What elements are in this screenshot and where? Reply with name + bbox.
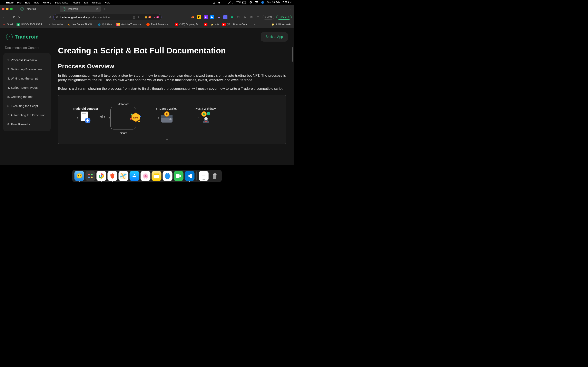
menu-history[interactable]: History [43, 1, 51, 4]
menu-help[interactable]: Help [105, 1, 110, 4]
textfile-icon[interactable]: TXT [199, 171, 209, 181]
maps-icon[interactable] [119, 171, 129, 181]
menu-edit[interactable]: Edit [25, 1, 30, 4]
back-to-app-button[interactable]: Back to App [261, 32, 288, 42]
sidebar-item-setup-env[interactable]: 2. Setting up Environment [3, 65, 51, 74]
maximize-window[interactable] [10, 8, 13, 10]
sidebar-item-process-overview[interactable]: 1. Proccess Overview [3, 55, 51, 65]
app-name[interactable]: Brave [6, 1, 13, 4]
brave-rewards-icon[interactable]: ▲2 [153, 16, 159, 19]
logo[interactable]: ↗ Traderoid [6, 34, 39, 40]
tab-title: Traderoid [68, 8, 78, 10]
bookmark-how-to-create[interactable]: ▶(111) How to Creat… [222, 23, 250, 26]
launchpad-icon[interactable] [86, 171, 95, 181]
ext-icon-3[interactable]: ▶ [210, 15, 214, 19]
vpn-button[interactable]: VPN [263, 15, 274, 20]
sidebar-item-automating[interactable]: 7. Automating the Execution [3, 110, 51, 120]
bookmark-gmail[interactable]: MGmail [2, 23, 13, 26]
safari-icon[interactable] [163, 171, 173, 181]
bookmark-leetcode[interactable]: ◐LeetCode - The W… [67, 23, 94, 26]
reload-button[interactable]: ⟳ [13, 15, 16, 19]
menu-people[interactable]: People [72, 1, 80, 4]
paragraph: In this documentation we will take you a… [58, 73, 286, 82]
menu-bookmarks[interactable]: Bookmarks [55, 1, 68, 4]
triangle-icon[interactable]: ◬ [213, 1, 215, 4]
sidebar-title: Documentation Content [3, 46, 51, 53]
bookmark-yt[interactable]: ▶ [204, 23, 208, 26]
tab-dropdown-icon[interactable]: ⌄ [289, 7, 292, 11]
reader-icon[interactable]: ▤ [133, 16, 135, 19]
battery-status[interactable]: 17% [236, 1, 246, 4]
sidebar-item-writing-script[interactable]: 3. Writing up the script [3, 74, 51, 83]
svg-point-32 [100, 175, 103, 177]
tab-0[interactable]: ↗ Traderoid [18, 6, 59, 12]
appstore-icon[interactable] [130, 171, 139, 181]
macos-menubar: Brave File Edit View History Bookmarks P… [0, 0, 294, 5]
ext-icon-2[interactable]: ◉ [204, 15, 208, 19]
finder-icon[interactable]: 🙂 [75, 171, 84, 181]
wifi-icon[interactable] [249, 1, 252, 4]
menubar-date[interactable]: Sun 18 Feb [267, 1, 280, 4]
all-bookmarks[interactable]: 📁All Bookmarks [272, 23, 292, 26]
sidebar-item-final-remarks[interactable]: 8. Final Remarks [3, 120, 51, 129]
page-title: Creating a Script & Bot Full Documentati… [58, 46, 286, 59]
vscode-icon[interactable] [185, 171, 195, 181]
address-bar[interactable]: ⚙ tradier-original.vercel.app/documentat… [53, 14, 162, 20]
bookmark-ongoing[interactable]: ▶(326) Ongoing Ja… [175, 23, 201, 26]
sidebar-item-return-types[interactable]: 4. Script Return Types [3, 83, 51, 92]
bookmark-hackathon[interactable]: HHackathon [48, 23, 64, 26]
bookmark-google-classroom[interactable]: ▦GOOGLE CLASSR… [17, 23, 44, 26]
docs-sidebar: Documentation Content 1. Proccess Overvi… [0, 46, 54, 165]
extensions-icon[interactable]: ⬚ [236, 15, 241, 19]
close-tab-icon[interactable]: ✕ [96, 8, 98, 10]
svg-point-25 [204, 117, 208, 120]
brave-icon[interactable] [108, 171, 117, 181]
share-icon[interactable]: ⇧ [137, 16, 139, 19]
leaf-icon[interactable]: ☘ [243, 15, 247, 19]
logo-icon: ↗ [6, 34, 13, 40]
brave-shield-icon[interactable]: 🦁1 [144, 16, 151, 19]
back-button[interactable]: ← [2, 15, 6, 19]
ext-icon-1[interactable]: ◧ [197, 15, 201, 19]
scrollbar-thumb[interactable] [292, 47, 293, 62]
update-button[interactable]: Update≡ [277, 15, 292, 20]
chrome-icon[interactable] [96, 171, 106, 181]
home-button[interactable]: ⌂ [18, 15, 20, 19]
bookmark-nfts[interactable]: 📁nfts [211, 23, 219, 26]
trash-icon[interactable] [210, 171, 220, 181]
menu-view[interactable]: View [34, 1, 39, 4]
close-window[interactable] [2, 8, 4, 10]
bookmark-read-something[interactable]: Read Something… [146, 23, 172, 26]
photos-icon[interactable]: 🌸 [141, 171, 150, 181]
tool-icon[interactable]: ⟍ [223, 1, 225, 4]
notes-icon[interactable] [152, 171, 162, 181]
control-center-icon[interactable] [255, 1, 258, 4]
minimize-window[interactable] [6, 8, 9, 10]
menu-file[interactable]: File [17, 1, 21, 4]
dots-icon[interactable]: ⋰⋱ [228, 1, 233, 4]
menu-tab[interactable]: Tab [84, 1, 88, 4]
bookmark-quickmap[interactable]: 🌐QuickMap [98, 23, 113, 26]
site-settings-icon[interactable]: ⚙ [56, 16, 58, 19]
facetime-icon[interactable] [174, 171, 183, 181]
new-tab-button[interactable]: + [102, 7, 108, 11]
ext-icon-5[interactable]: L [223, 15, 227, 19]
main-content[interactable]: Creating a Script & Bot Full Documentati… [54, 46, 294, 165]
bookmark-icon[interactable]: ⚐ [48, 15, 51, 19]
record-icon[interactable]: ◉ [218, 1, 220, 4]
menu-window[interactable]: Window [91, 1, 101, 4]
bookmark-youtube-thumb[interactable]: ▦Youtube Thumbna… [116, 23, 143, 26]
bookmarks-overflow[interactable]: » [254, 23, 255, 26]
sidebar-item-creating-bot[interactable]: 5. Creating the bot [3, 92, 51, 101]
sidebar-icon[interactable]: ◧ [250, 15, 254, 19]
menubar-time[interactable]: 7:57 AM [283, 1, 292, 4]
sidebar-item-executing-script[interactable]: 6. Executing the Script [3, 101, 51, 110]
svg-rect-40 [201, 173, 206, 179]
forward-button[interactable]: → [8, 15, 11, 19]
ext-icon-4[interactable]: ☁ [217, 15, 221, 19]
wallet-icon[interactable]: ◫ [256, 15, 260, 19]
metamask-icon[interactable]: 🦊 [191, 15, 195, 19]
tab-1-active[interactable]: ↗ Traderoid ✕ [60, 6, 101, 12]
ext-icon-6[interactable]: ⬢ [230, 15, 234, 19]
siri-icon[interactable]: 🔵 [261, 1, 264, 4]
